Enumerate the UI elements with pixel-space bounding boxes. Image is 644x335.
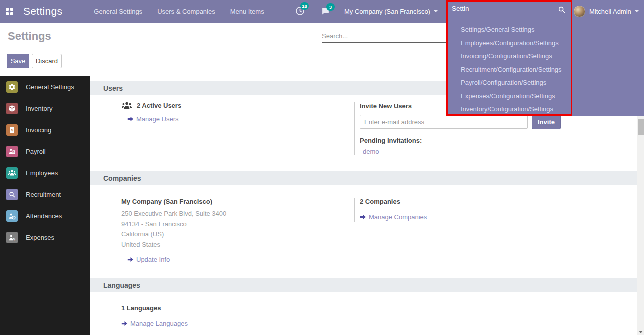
- company-info-box: My Company (San Francisco) 250 Executive…: [115, 198, 329, 264]
- message-count-badge: 3: [326, 3, 335, 11]
- sidebar-item-label: Invoicing: [26, 126, 51, 134]
- apps-menu-icon[interactable]: [6, 8, 13, 15]
- svg-text:$: $: [13, 236, 15, 241]
- navbar-menu: General Settings Users & Companies Menu …: [92, 5, 277, 18]
- manage-users-link[interactable]: Manage Users: [127, 115, 179, 123]
- settings-sidebar: General Settings Inventory $ Invoicing $…: [0, 76, 90, 335]
- arrow-right-icon: [360, 214, 366, 220]
- company-address: 250 Executive Park Blvd, Suite 3400 9413…: [121, 209, 329, 250]
- sidebar-item-label: Inventory: [26, 105, 52, 112]
- manage-companies-link[interactable]: Manage Companies: [360, 213, 427, 221]
- sidebar-item-general-settings[interactable]: General Settings: [0, 76, 90, 98]
- companies-count-box: 2 Companies Manage Companies: [354, 198, 574, 222]
- settings-search-input[interactable]: [322, 31, 448, 43]
- scrollbar-down-arrow-icon[interactable]: [639, 331, 643, 333]
- sidebar-item-label: Employees: [26, 169, 58, 177]
- person-clock-icon: [6, 210, 18, 222]
- save-button[interactable]: Save: [7, 54, 29, 68]
- invite-button[interactable]: Invite: [532, 114, 561, 129]
- user-menu[interactable]: Mitchell Admin: [574, 0, 639, 23]
- invoice-icon: $: [6, 124, 18, 136]
- search-result-item[interactable]: Inventory/Configuration/Settings: [447, 103, 644, 116]
- address-line: California (US): [121, 229, 329, 240]
- search-result-item[interactable]: Invoicing/Configuration/Settings: [447, 50, 644, 63]
- invite-email-input[interactable]: [360, 115, 528, 129]
- menu-general-settings[interactable]: General Settings: [92, 5, 144, 18]
- address-line: United States: [121, 240, 329, 250]
- box-icon: [6, 103, 18, 114]
- chevron-down-icon: [434, 10, 438, 12]
- arrow-right-icon: [127, 256, 134, 263]
- menu-search-input[interactable]: [452, 2, 566, 17]
- sidebar-item-label: Expenses: [26, 234, 54, 241]
- menu-users-companies[interactable]: Users & Companies: [155, 5, 217, 18]
- search-result-item[interactable]: Payroll/Configuration/Settings: [447, 76, 644, 90]
- search-result-item[interactable]: Recruitment/Configuration/Settings: [447, 63, 644, 77]
- search-result-item[interactable]: Employees/Configuration/Settings: [447, 37, 644, 50]
- sidebar-item-inventory[interactable]: Inventory: [0, 98, 90, 119]
- pending-invitee-link[interactable]: demo: [360, 148, 379, 155]
- languages-box: 1 Languages Manage Languages: [115, 304, 329, 328]
- sidebar-item-attendances[interactable]: Attendances: [0, 205, 90, 227]
- sidebar-item-expenses[interactable]: $ Expenses: [0, 227, 90, 248]
- company-selector[interactable]: My Company (San Francisco): [344, 0, 438, 23]
- companies-count-label: 2 Companies: [360, 198, 574, 205]
- update-info-link[interactable]: Update Info: [127, 256, 170, 263]
- address-line: 94134 - San Francisco: [121, 219, 329, 230]
- company-name: My Company (San Francisco): [121, 198, 329, 205]
- company-selector-label: My Company (San Francisco): [344, 8, 430, 15]
- manage-languages-link[interactable]: Manage Languages: [121, 320, 188, 327]
- page-title: Settings: [8, 30, 51, 43]
- sidebar-item-label: General Settings: [26, 83, 74, 91]
- app-title: Settings: [23, 5, 62, 17]
- active-users-label: 2 Active Users: [137, 102, 181, 109]
- activity-count-badge: 18: [300, 2, 309, 10]
- sidebar-item-label: Recruitment: [26, 191, 61, 198]
- scrollbar-thumb[interactable]: [638, 119, 644, 135]
- gear-icon: [6, 81, 18, 93]
- payroll-icon: $: [6, 146, 18, 157]
- sidebar-item-label: Payroll: [26, 148, 46, 155]
- section-header-languages: Languages: [90, 278, 637, 292]
- settings-search: [322, 31, 448, 43]
- sidebar-item-recruitment[interactable]: Recruitment: [0, 184, 90, 205]
- address-line: 250 Executive Park Blvd, Suite 3400: [121, 209, 329, 219]
- activity-clock-icon[interactable]: 18: [295, 6, 305, 16]
- languages-count-label: 1 Languages: [121, 304, 329, 312]
- avatar: [574, 6, 585, 17]
- user-name: Mitchell Admin: [589, 8, 631, 15]
- menu-menu-items[interactable]: Menu Items: [228, 5, 266, 18]
- magnifier-icon: [6, 189, 18, 200]
- chevron-down-icon: [635, 10, 639, 12]
- active-users-box: 2 Active Users Manage Users: [115, 101, 329, 124]
- users-group-icon: [121, 101, 132, 109]
- svg-text:$: $: [13, 151, 15, 154]
- menu-search-results: Settings/General Settings Employees/Conf…: [447, 23, 644, 116]
- sidebar-item-label: Attendances: [26, 212, 62, 220]
- section-header-companies: Companies: [90, 171, 637, 185]
- pending-invitations-label: Pending Invitations:: [360, 137, 574, 144]
- search-result-item[interactable]: Expenses/Configuration/Settings: [447, 90, 644, 103]
- arrow-right-icon: [121, 320, 128, 327]
- search-icon: [558, 6, 566, 14]
- person-dollar-icon: $: [6, 232, 18, 243]
- sidebar-item-payroll[interactable]: $ Payroll: [0, 141, 90, 162]
- sidebar-item-invoicing[interactable]: $ Invoicing: [0, 119, 90, 141]
- people-icon: [6, 167, 18, 179]
- sidebar-item-employees[interactable]: Employees: [0, 162, 90, 184]
- arrow-right-icon: [127, 116, 134, 122]
- search-result-item[interactable]: Settings/General Settings: [447, 23, 644, 37]
- messages-icon[interactable]: 3: [321, 7, 330, 16]
- discard-button[interactable]: Discard: [32, 54, 62, 68]
